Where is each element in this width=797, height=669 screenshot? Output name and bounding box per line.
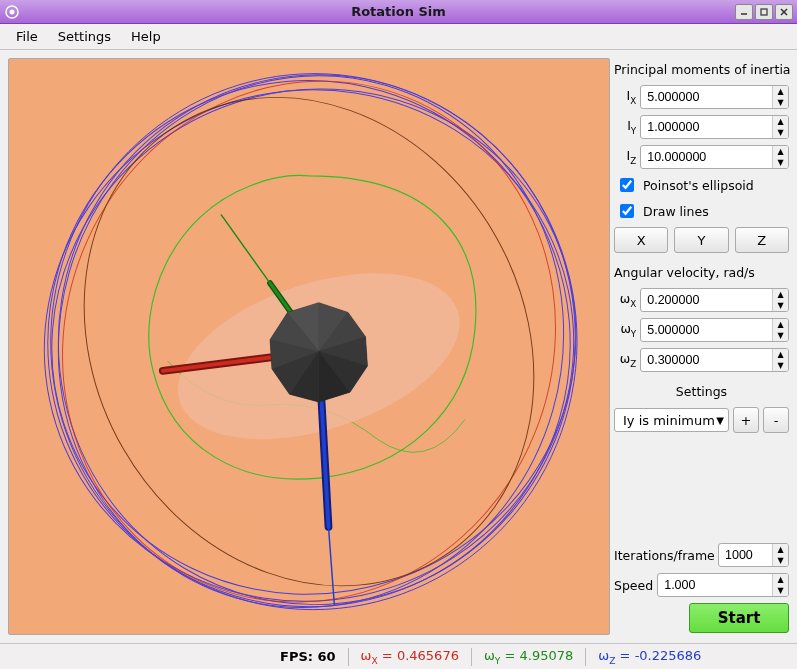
input-iz[interactable]: ▲▼ xyxy=(640,145,789,169)
wz-up-icon[interactable]: ▲ xyxy=(773,349,788,360)
status-wy: ωY = 4.95078 xyxy=(472,648,585,666)
wy-up-icon[interactable]: ▲ xyxy=(773,319,788,330)
input-wx[interactable]: ▲▼ xyxy=(640,288,789,312)
checkbox-drawlines-label: Draw lines xyxy=(643,204,709,219)
label-iy: IY xyxy=(614,118,636,136)
app-icon xyxy=(4,4,20,20)
input-wy[interactable]: ▲▼ xyxy=(640,318,789,342)
speed-up-icon[interactable]: ▲ xyxy=(773,574,788,585)
row-ix: IX ▲▼ xyxy=(614,85,789,109)
maximize-button[interactable] xyxy=(755,4,773,20)
wx-up-icon[interactable]: ▲ xyxy=(773,289,788,300)
iy-down-icon[interactable]: ▼ xyxy=(773,127,788,138)
ix-down-icon[interactable]: ▼ xyxy=(773,97,788,108)
input-iy[interactable]: ▲▼ xyxy=(640,115,789,139)
close-button[interactable] xyxy=(775,4,793,20)
checkbox-drawlines[interactable]: Draw lines xyxy=(614,201,789,221)
row-settings-select: Iy is minimum ▼ + - xyxy=(614,407,789,433)
input-speed[interactable]: ▲▼ xyxy=(657,573,789,597)
settings-plus-button[interactable]: + xyxy=(733,407,759,433)
checkbox-poinsot[interactable]: Poinsot's ellipsoid xyxy=(614,175,789,195)
checkbox-poinsot-label: Poinsot's ellipsoid xyxy=(643,178,754,193)
menubar: File Settings Help xyxy=(0,24,797,50)
label-wx: ωX xyxy=(614,291,636,309)
menu-settings[interactable]: Settings xyxy=(50,26,119,47)
checkbox-poinsot-box[interactable] xyxy=(620,178,634,192)
chevron-down-icon: ▼ xyxy=(716,415,724,426)
input-wx-field[interactable] xyxy=(641,289,772,311)
svg-point-1 xyxy=(10,9,15,14)
input-speed-field[interactable] xyxy=(658,574,772,596)
input-ix-field[interactable] xyxy=(641,86,772,108)
window-title: Rotation Sim xyxy=(0,4,797,19)
row-wz: ωZ ▲▼ xyxy=(614,348,789,372)
speed-down-icon[interactable]: ▼ xyxy=(773,585,788,596)
iter-down-icon[interactable]: ▼ xyxy=(773,555,788,566)
row-iterations: Iterations/frame ▲▼ xyxy=(614,543,789,567)
status-wz: ωZ = -0.225686 xyxy=(586,648,713,666)
row-iz: IZ ▲▼ xyxy=(614,145,789,169)
input-ix[interactable]: ▲▼ xyxy=(640,85,789,109)
menu-file[interactable]: File xyxy=(8,26,46,47)
wy-down-icon[interactable]: ▼ xyxy=(773,330,788,341)
input-wz[interactable]: ▲▼ xyxy=(640,348,789,372)
label-ix: IX xyxy=(614,88,636,106)
row-iy: IY ▲▼ xyxy=(614,115,789,139)
settings-select[interactable]: Iy is minimum ▼ xyxy=(614,408,729,432)
input-iy-field[interactable] xyxy=(641,116,772,138)
input-iz-field[interactable] xyxy=(641,146,772,168)
start-button[interactable]: Start xyxy=(689,603,789,633)
row-speed: Speed ▲▼ xyxy=(614,573,789,597)
axis-z-button[interactable]: Z xyxy=(735,227,789,253)
axis-x-button[interactable]: X xyxy=(614,227,668,253)
menu-help[interactable]: Help xyxy=(123,26,169,47)
label-speed: Speed xyxy=(614,578,653,593)
checkbox-drawlines-box[interactable] xyxy=(620,204,634,218)
iy-up-icon[interactable]: ▲ xyxy=(773,116,788,127)
label-wy: ωY xyxy=(614,321,636,339)
axis-y-button[interactable]: Y xyxy=(674,227,728,253)
input-iterations[interactable]: ▲▼ xyxy=(718,543,789,567)
settings-select-value: Iy is minimum xyxy=(623,413,715,428)
settings-title: Settings xyxy=(614,384,789,399)
settings-minus-button[interactable]: - xyxy=(763,407,789,433)
status-wx: ωX = 0.465676 xyxy=(349,648,471,666)
row-wx: ωX ▲▼ xyxy=(614,288,789,312)
iz-up-icon[interactable]: ▲ xyxy=(773,146,788,157)
label-iz: IZ xyxy=(614,148,636,166)
iter-up-icon[interactable]: ▲ xyxy=(773,544,788,555)
statusbar: FPS: 60 ωX = 0.465676 ωY = 4.95078 ωZ = … xyxy=(0,643,797,669)
wx-down-icon[interactable]: ▼ xyxy=(773,300,788,311)
side-panel: Principal moments of inertia IX ▲▼ IY ▲▼… xyxy=(614,58,789,635)
viewport-3d[interactable] xyxy=(8,58,610,635)
input-wy-field[interactable] xyxy=(641,319,772,341)
input-iterations-field[interactable] xyxy=(719,544,772,566)
label-wz: ωZ xyxy=(614,351,636,369)
label-iterations: Iterations/frame xyxy=(614,548,714,563)
angular-title: Angular velocity, rad/s xyxy=(614,265,789,280)
status-fps: FPS: 60 xyxy=(268,649,348,664)
row-wy: ωY ▲▼ xyxy=(614,318,789,342)
minimize-button[interactable] xyxy=(735,4,753,20)
wz-down-icon[interactable]: ▼ xyxy=(773,360,788,371)
ix-up-icon[interactable]: ▲ xyxy=(773,86,788,97)
iz-down-icon[interactable]: ▼ xyxy=(773,157,788,168)
moments-title: Principal moments of inertia xyxy=(614,62,789,77)
input-wz-field[interactable] xyxy=(641,349,772,371)
titlebar: Rotation Sim xyxy=(0,0,797,24)
svg-rect-3 xyxy=(761,9,767,15)
